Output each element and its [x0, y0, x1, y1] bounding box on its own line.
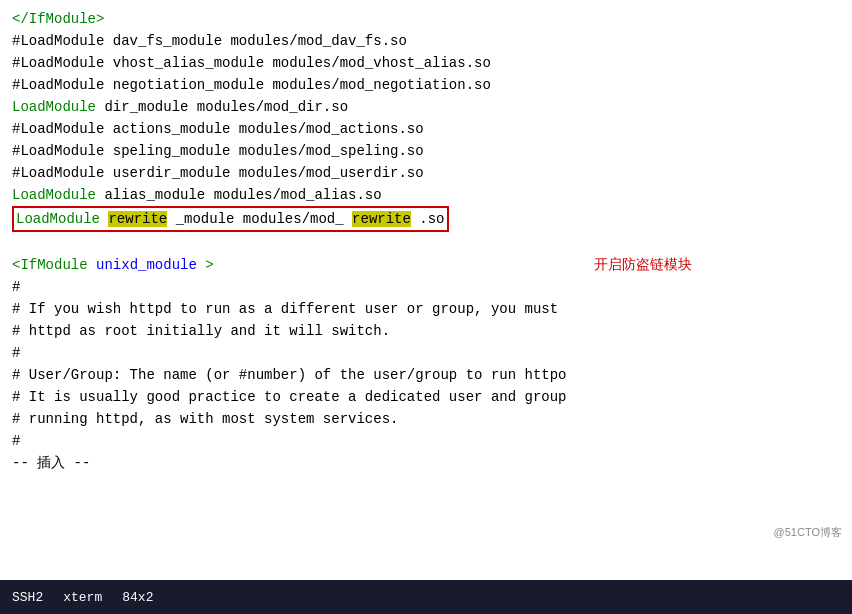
- comment-prefix-7: #LoadModule speling_module modules/mod_s…: [12, 143, 424, 159]
- code-line-17: # User/Group: The name (or #number) of t…: [12, 364, 840, 386]
- code-line-1: </IfModule>: [12, 8, 840, 30]
- plain-text-17: # User/Group: The name (or #number) of t…: [12, 367, 567, 383]
- unixd-module-name: unixd_module: [96, 257, 197, 273]
- code-line-21: -- 插入 --: [12, 452, 840, 474]
- loadmodule-keyword-9: LoadModule: [12, 187, 96, 203]
- editor-container: </IfModule> #LoadModule dav_fs_module mo…: [0, 0, 852, 580]
- code-line-3: #LoadModule vhost_alias_module modules/m…: [12, 52, 840, 74]
- module-mid-10: _module modules/mod_: [176, 211, 344, 227]
- code-line-19: # running httpd, as with most system ser…: [12, 408, 840, 430]
- rewrite-highlight-1: rewrite: [108, 211, 167, 227]
- rewrite-boxed-line: LoadModule rewrite _module modules/mod_ …: [12, 206, 449, 232]
- comment-prefix-6: #LoadModule actions_module modules/mod_a…: [12, 121, 424, 137]
- plain-text-14: # If you wish httpd to run as a differen…: [12, 301, 558, 317]
- ifmodule-close-tag: </IfModule>: [12, 11, 104, 27]
- loadmodule-keyword-5: LoadModule: [12, 99, 96, 115]
- ifmodule-open-tag: <IfModule: [12, 257, 88, 273]
- watermark: @51CTO博客: [774, 525, 842, 540]
- module-text-9: alias_module modules/mod_alias.so: [104, 187, 381, 203]
- comment-prefix-4: #LoadModule negotiation_module modules/m…: [12, 77, 491, 93]
- comment-prefix-3: #LoadModule vhost_alias_module modules/m…: [12, 55, 491, 71]
- code-line-6: #LoadModule actions_module modules/mod_a…: [12, 118, 840, 140]
- ifmodule-close-bracket: >: [205, 257, 213, 273]
- comment-prefix-8: #LoadModule userdir_module modules/mod_u…: [12, 165, 424, 181]
- plain-text-18: # It is usually good practice to create …: [12, 389, 567, 405]
- code-line-16: #: [12, 342, 840, 364]
- code-line-14: # If you wish httpd to run as a differen…: [12, 298, 840, 320]
- plain-text-16: #: [12, 345, 20, 361]
- plain-text-13: #: [12, 279, 20, 295]
- code-line-15: # httpd as root initially and it will sw…: [12, 320, 840, 342]
- annotation-text: 开启防盗链模块: [594, 254, 692, 276]
- status-term: xterm: [63, 590, 102, 605]
- insert-marker: -- 插入 --: [12, 455, 90, 471]
- status-ssh: SSH2: [12, 590, 43, 605]
- code-line-9: LoadModule alias_module modules/mod_alia…: [12, 184, 840, 206]
- code-line-20: #: [12, 430, 840, 452]
- module-text-5: dir_module modules/mod_dir.so: [104, 99, 348, 115]
- code-line-18: # It is usually good practice to create …: [12, 386, 840, 408]
- code-line-5: LoadModule dir_module modules/mod_dir.so: [12, 96, 840, 118]
- plain-text-15: # httpd as root initially and it will sw…: [12, 323, 390, 339]
- code-line-2: #LoadModule dav_fs_module modules/mod_da…: [12, 30, 840, 52]
- plain-text-19: # running httpd, as with most system ser…: [12, 411, 398, 427]
- code-line-8: #LoadModule userdir_module modules/mod_u…: [12, 162, 840, 184]
- plain-text-20: #: [12, 433, 20, 449]
- code-line-4: #LoadModule negotiation_module modules/m…: [12, 74, 840, 96]
- module-suffix-10: .so: [419, 211, 444, 227]
- status-bar: SSH2 xterm 84x2: [0, 580, 852, 614]
- loadmodule-keyword-10: LoadModule: [16, 211, 100, 227]
- status-left: SSH2 xterm 84x2: [12, 590, 153, 605]
- code-line-13: #: [12, 276, 840, 298]
- code-line-12: <IfModule unixd_module > 开启防盗链模块: [12, 254, 840, 276]
- empty-line-11: [12, 232, 840, 254]
- code-line-10: LoadModule rewrite _module modules/mod_ …: [12, 206, 840, 232]
- status-size: 84x2: [122, 590, 153, 605]
- code-line-7: #LoadModule speling_module modules/mod_s…: [12, 140, 840, 162]
- rewrite-highlight-2: rewrite: [352, 211, 411, 227]
- ifmodule-open-text: <IfModule unixd_module >: [12, 254, 214, 276]
- comment-prefix-2: #LoadModule dav_fs_module modules/mod_da…: [12, 33, 407, 49]
